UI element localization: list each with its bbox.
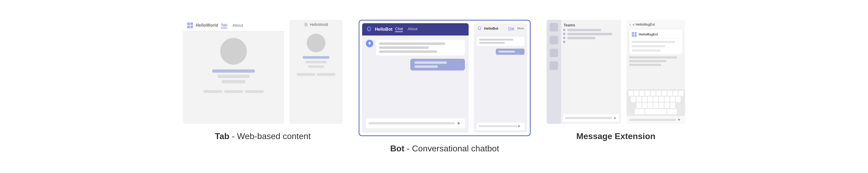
key-4 bbox=[645, 91, 650, 96]
channel-skel-1 bbox=[567, 29, 601, 31]
bot-mobile-header: HelloBot Chat More bbox=[474, 23, 527, 34]
bot-mobile-input[interactable]: ► bbox=[476, 123, 525, 130]
skel-bar-2 bbox=[218, 75, 249, 78]
bot-desktop-header: HelloBot Chat About bbox=[362, 23, 469, 35]
msgext-mobile-body bbox=[626, 54, 685, 89]
skel-btn-2 bbox=[224, 90, 243, 93]
bot-desktop-tabs: Chat About bbox=[395, 27, 417, 32]
reply-skel-1 bbox=[414, 61, 447, 64]
tab-desktop-tab2[interactable]: About bbox=[232, 23, 243, 28]
teams-compose-area: ► bbox=[561, 112, 621, 124]
key-13 bbox=[642, 97, 647, 102]
main-container: HelloWorld Tab About bbox=[0, 12, 868, 162]
app-grid-icon bbox=[187, 22, 193, 28]
keyboard-row-4 bbox=[627, 109, 684, 114]
svg-point-2 bbox=[479, 28, 479, 28]
tab-avatar bbox=[220, 38, 247, 65]
key-7 bbox=[662, 91, 667, 96]
key-20 bbox=[637, 103, 642, 108]
body-skel-1 bbox=[629, 56, 677, 58]
key-5 bbox=[651, 91, 655, 96]
bot-desktop-tab1[interactable]: Chat bbox=[395, 27, 403, 32]
svg-point-0 bbox=[368, 29, 369, 29]
msgext-section: Teams bbox=[547, 20, 685, 141]
key-space-l bbox=[635, 109, 644, 114]
mobile-skel-1 bbox=[303, 56, 329, 59]
tab-mobile-body bbox=[289, 29, 343, 124]
bot-mobile-tab2[interactable]: More bbox=[517, 27, 524, 30]
sidebar-icon-2 bbox=[550, 36, 558, 44]
popup-header: HelloMsgExt bbox=[632, 32, 680, 39]
bot-desktop-app-name: HelloBot bbox=[375, 27, 393, 32]
bot-mobile-tab1[interactable]: Chat bbox=[508, 27, 514, 30]
back-arrow-icon[interactable]: ‹ bbox=[630, 22, 631, 27]
mobile-compose-skel bbox=[629, 119, 676, 121]
tab-label-bold: Tab bbox=[215, 131, 229, 141]
sm-skel-2 bbox=[479, 42, 505, 44]
tab-mobile-card: HelloWorld bbox=[289, 20, 343, 124]
tab-mockups: HelloWorld Tab About bbox=[183, 20, 343, 124]
key-9 bbox=[673, 91, 678, 96]
key-8 bbox=[668, 91, 672, 96]
teams-compose-bar[interactable]: ► bbox=[563, 114, 619, 122]
skel-bar-3 bbox=[221, 80, 246, 83]
bot-avatar bbox=[366, 40, 373, 47]
bubble-skel-3 bbox=[379, 50, 437, 53]
tab-desktop-tab1[interactable]: Tab bbox=[221, 23, 227, 28]
key-return bbox=[667, 109, 677, 114]
skel-btn-1 bbox=[204, 90, 222, 93]
key-15 bbox=[653, 97, 658, 102]
tab-mobile-header: HelloWorld bbox=[289, 20, 343, 29]
mobile-skel-2 bbox=[305, 61, 327, 63]
popup-app-name: HelloMsgExt bbox=[639, 32, 658, 36]
skel-bar-1 bbox=[212, 69, 255, 73]
key-23 bbox=[653, 103, 658, 108]
msgext-mobile-title: < HelloMsgExt bbox=[632, 22, 655, 26]
mobile-input-skel bbox=[479, 125, 518, 127]
svg-point-3 bbox=[480, 28, 480, 28]
bot-bubble-1 bbox=[376, 40, 465, 55]
svg-point-1 bbox=[370, 29, 370, 29]
teams-main-header: Teams bbox=[561, 20, 621, 29]
teams-send-icon[interactable]: ► bbox=[614, 116, 617, 120]
popup-skel-3 bbox=[632, 49, 660, 51]
key-26 bbox=[670, 103, 675, 108]
tab-mobile-avatar bbox=[307, 34, 326, 52]
mobile-send-icon[interactable]: ► bbox=[518, 124, 522, 129]
tab-desktop-card: HelloWorld Tab About bbox=[183, 20, 284, 124]
mobile-ext-send-icon[interactable]: ► bbox=[678, 118, 682, 122]
key-18 bbox=[670, 97, 675, 102]
bot-mockups: HelloBot Chat About bbox=[362, 23, 527, 133]
send-icon[interactable]: ► bbox=[457, 121, 462, 126]
sidebar-icon-1 bbox=[550, 23, 558, 31]
bubble-skel-1 bbox=[379, 43, 445, 45]
user-reply-1 bbox=[410, 59, 465, 71]
msgext-label-bold: Message Extension bbox=[577, 131, 655, 141]
key-1 bbox=[628, 91, 633, 96]
bot-input-bar[interactable]: ► bbox=[366, 118, 465, 128]
key-19 bbox=[676, 97, 681, 102]
user-reply-sm bbox=[496, 49, 525, 55]
tab-mobile-app-name: HelloWorld bbox=[310, 22, 328, 27]
key-2 bbox=[634, 91, 639, 96]
sidebar-icon-3 bbox=[550, 49, 558, 57]
key-17 bbox=[664, 97, 670, 102]
key-space bbox=[645, 109, 666, 114]
channel-skel-3 bbox=[567, 37, 595, 39]
tab-desktop-tabs: Tab About bbox=[221, 23, 243, 28]
msgext-teams-card: Teams bbox=[547, 20, 621, 124]
mobile-btn-1 bbox=[297, 73, 315, 76]
tab-label-rest: - Web-based content bbox=[229, 131, 311, 141]
key-12 bbox=[637, 97, 642, 102]
tab-desktop-header: HelloWorld Tab About bbox=[183, 20, 284, 31]
key-25 bbox=[664, 103, 670, 108]
key-3 bbox=[640, 91, 644, 96]
teams-sidebar bbox=[547, 20, 561, 124]
bot-desktop-body: ► bbox=[362, 35, 469, 133]
bot-desktop-card: HelloBot Chat About bbox=[362, 23, 469, 133]
msgext-label: Message Extension bbox=[577, 131, 655, 141]
bot-desktop-tab2[interactable]: About bbox=[408, 27, 417, 32]
bot-label-rest: - Conversational chatbot bbox=[404, 144, 499, 153]
tab-section: HelloWorld Tab About bbox=[183, 20, 343, 141]
tab-mobile-skel-group bbox=[293, 56, 339, 68]
